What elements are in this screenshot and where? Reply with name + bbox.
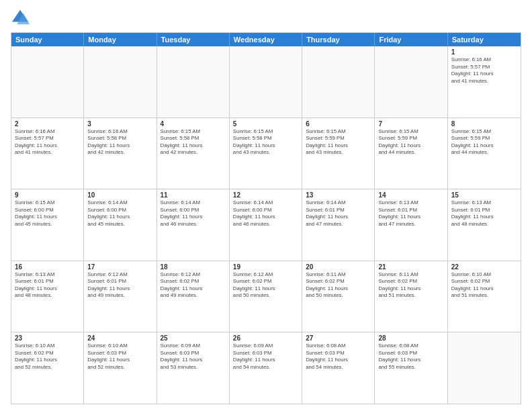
day-number: 5: [233, 120, 298, 128]
day-number: 1: [451, 48, 517, 56]
day-number: 4: [161, 120, 226, 128]
day-info: Sunrise: 6:15 AM Sunset: 5:59 PM Dayligh…: [306, 128, 371, 156]
calendar-day-13: 13Sunrise: 6:14 AM Sunset: 6:01 PM Dayli…: [302, 189, 375, 261]
page-header: [11, 8, 521, 27]
day-info: Sunrise: 6:12 AM Sunset: 6:01 PM Dayligh…: [87, 271, 152, 300]
calendar-day-24: 24Sunrise: 6:10 AM Sunset: 6:03 PM Dayli…: [84, 332, 157, 404]
day-info: Sunrise: 6:12 AM Sunset: 6:02 PM Dayligh…: [233, 271, 298, 300]
day-info: Sunrise: 6:16 AM Sunset: 5:57 PM Dayligh…: [451, 56, 517, 85]
day-info: Sunrise: 6:15 AM Sunset: 5:59 PM Dayligh…: [451, 128, 517, 156]
day-number: 27: [306, 334, 371, 342]
header-day-wednesday: Wednesday: [230, 33, 302, 46]
day-number: 15: [451, 191, 517, 199]
calendar-day-empty-4-6: [448, 332, 521, 404]
calendar-day-17: 17Sunrise: 6:12 AM Sunset: 6:01 PM Dayli…: [84, 261, 157, 332]
calendar-day-1: 1Sunrise: 6:16 AM Sunset: 5:57 PM Daylig…: [448, 46, 521, 118]
calendar-day-14: 14Sunrise: 6:13 AM Sunset: 6:01 PM Dayli…: [375, 189, 447, 261]
day-number: 22: [451, 263, 517, 271]
calendar-day-7: 7Sunrise: 6:15 AM Sunset: 5:59 PM Daylig…: [375, 118, 447, 189]
calendar-day-21: 21Sunrise: 6:11 AM Sunset: 6:02 PM Dayli…: [375, 261, 447, 332]
day-number: 2: [15, 120, 80, 128]
day-number: 26: [233, 334, 298, 342]
calendar-day-22: 22Sunrise: 6:10 AM Sunset: 6:02 PM Dayli…: [448, 261, 521, 332]
day-number: 13: [306, 191, 371, 199]
logo: [11, 8, 32, 27]
logo-icon: [11, 8, 30, 27]
calendar-body: 1Sunrise: 6:16 AM Sunset: 5:57 PM Daylig…: [11, 46, 521, 404]
day-number: 14: [378, 191, 443, 199]
day-number: 3: [87, 120, 152, 128]
day-number: 11: [161, 191, 226, 199]
calendar-day-empty-0-2: [157, 46, 230, 118]
calendar-day-empty-0-3: [230, 46, 302, 118]
calendar-day-empty-0-1: [84, 46, 157, 118]
day-number: 28: [378, 334, 443, 342]
header-day-thursday: Thursday: [302, 33, 375, 46]
day-info: Sunrise: 6:11 AM Sunset: 6:02 PM Dayligh…: [306, 271, 371, 300]
calendar-day-20: 20Sunrise: 6:11 AM Sunset: 6:02 PM Dayli…: [302, 261, 375, 332]
calendar-header: SundayMondayTuesdayWednesdayThursdayFrid…: [11, 33, 521, 46]
calendar-day-25: 25Sunrise: 6:09 AM Sunset: 6:03 PM Dayli…: [157, 332, 230, 404]
calendar-week-2: 2Sunrise: 6:16 AM Sunset: 5:57 PM Daylig…: [11, 118, 521, 190]
calendar-week-3: 9Sunrise: 6:15 AM Sunset: 6:00 PM Daylig…: [11, 189, 521, 261]
day-number: 8: [451, 120, 517, 128]
day-info: Sunrise: 6:12 AM Sunset: 6:02 PM Dayligh…: [161, 271, 226, 300]
calendar-day-4: 4Sunrise: 6:15 AM Sunset: 5:58 PM Daylig…: [157, 118, 230, 189]
calendar-day-18: 18Sunrise: 6:12 AM Sunset: 6:02 PM Dayli…: [157, 261, 230, 332]
day-info: Sunrise: 6:10 AM Sunset: 6:02 PM Dayligh…: [15, 342, 80, 371]
calendar-day-12: 12Sunrise: 6:14 AM Sunset: 6:00 PM Dayli…: [230, 189, 302, 261]
day-info: Sunrise: 6:08 AM Sunset: 6:03 PM Dayligh…: [378, 342, 443, 371]
calendar-day-28: 28Sunrise: 6:08 AM Sunset: 6:03 PM Dayli…: [375, 332, 447, 404]
day-number: 25: [161, 334, 226, 342]
day-info: Sunrise: 6:11 AM Sunset: 6:02 PM Dayligh…: [378, 271, 443, 300]
calendar-week-1: 1Sunrise: 6:16 AM Sunset: 5:57 PM Daylig…: [11, 46, 521, 118]
day-info: Sunrise: 6:10 AM Sunset: 6:02 PM Dayligh…: [451, 271, 517, 300]
header-day-saturday: Saturday: [448, 33, 521, 46]
calendar-day-19: 19Sunrise: 6:12 AM Sunset: 6:02 PM Dayli…: [230, 261, 302, 332]
calendar-day-16: 16Sunrise: 6:13 AM Sunset: 6:01 PM Dayli…: [11, 261, 84, 332]
day-info: Sunrise: 6:13 AM Sunset: 6:01 PM Dayligh…: [378, 199, 443, 228]
calendar-day-27: 27Sunrise: 6:08 AM Sunset: 6:03 PM Dayli…: [302, 332, 375, 404]
day-info: Sunrise: 6:13 AM Sunset: 6:01 PM Dayligh…: [451, 199, 517, 228]
day-info: Sunrise: 6:08 AM Sunset: 6:03 PM Dayligh…: [306, 342, 371, 371]
calendar-day-5: 5Sunrise: 6:15 AM Sunset: 5:58 PM Daylig…: [230, 118, 302, 189]
day-number: 6: [306, 120, 371, 128]
calendar-day-26: 26Sunrise: 6:09 AM Sunset: 6:03 PM Dayli…: [230, 332, 302, 404]
calendar-day-empty-0-0: [11, 46, 84, 118]
day-info: Sunrise: 6:14 AM Sunset: 6:00 PM Dayligh…: [233, 199, 298, 228]
calendar-day-23: 23Sunrise: 6:10 AM Sunset: 6:02 PM Dayli…: [11, 332, 84, 404]
day-info: Sunrise: 6:14 AM Sunset: 6:01 PM Dayligh…: [306, 199, 371, 228]
calendar-day-9: 9Sunrise: 6:15 AM Sunset: 6:00 PM Daylig…: [11, 189, 84, 261]
day-info: Sunrise: 6:09 AM Sunset: 6:03 PM Dayligh…: [161, 342, 226, 371]
header-day-tuesday: Tuesday: [157, 33, 230, 46]
day-number: 19: [233, 263, 298, 271]
day-number: 21: [378, 263, 443, 271]
day-number: 24: [87, 334, 152, 342]
day-info: Sunrise: 6:15 AM Sunset: 5:58 PM Dayligh…: [161, 128, 226, 156]
day-number: 9: [15, 191, 80, 199]
calendar-day-6: 6Sunrise: 6:15 AM Sunset: 5:59 PM Daylig…: [302, 118, 375, 189]
day-info: Sunrise: 6:15 AM Sunset: 6:00 PM Dayligh…: [15, 199, 80, 228]
day-number: 23: [15, 334, 80, 342]
calendar: SundayMondayTuesdayWednesdayThursdayFrid…: [11, 32, 521, 404]
calendar-day-10: 10Sunrise: 6:14 AM Sunset: 6:00 PM Dayli…: [84, 189, 157, 261]
day-number: 20: [306, 263, 371, 271]
day-number: 17: [87, 263, 152, 271]
day-info: Sunrise: 6:14 AM Sunset: 6:00 PM Dayligh…: [161, 199, 226, 228]
day-number: 12: [233, 191, 298, 199]
day-info: Sunrise: 6:16 AM Sunset: 5:58 PM Dayligh…: [87, 128, 152, 156]
day-info: Sunrise: 6:13 AM Sunset: 6:01 PM Dayligh…: [15, 271, 80, 300]
day-number: 18: [161, 263, 226, 271]
day-info: Sunrise: 6:14 AM Sunset: 6:00 PM Dayligh…: [87, 199, 152, 228]
calendar-day-2: 2Sunrise: 6:16 AM Sunset: 5:57 PM Daylig…: [11, 118, 84, 189]
header-day-friday: Friday: [375, 33, 447, 46]
calendar-day-3: 3Sunrise: 6:16 AM Sunset: 5:58 PM Daylig…: [84, 118, 157, 189]
header-day-monday: Monday: [84, 33, 157, 46]
day-info: Sunrise: 6:15 AM Sunset: 5:58 PM Dayligh…: [233, 128, 298, 156]
calendar-day-empty-0-5: [375, 46, 447, 118]
calendar-day-15: 15Sunrise: 6:13 AM Sunset: 6:01 PM Dayli…: [448, 189, 521, 261]
day-info: Sunrise: 6:09 AM Sunset: 6:03 PM Dayligh…: [233, 342, 298, 371]
header-day-sunday: Sunday: [11, 33, 84, 46]
day-info: Sunrise: 6:15 AM Sunset: 5:59 PM Dayligh…: [378, 128, 443, 156]
day-number: 7: [378, 120, 443, 128]
